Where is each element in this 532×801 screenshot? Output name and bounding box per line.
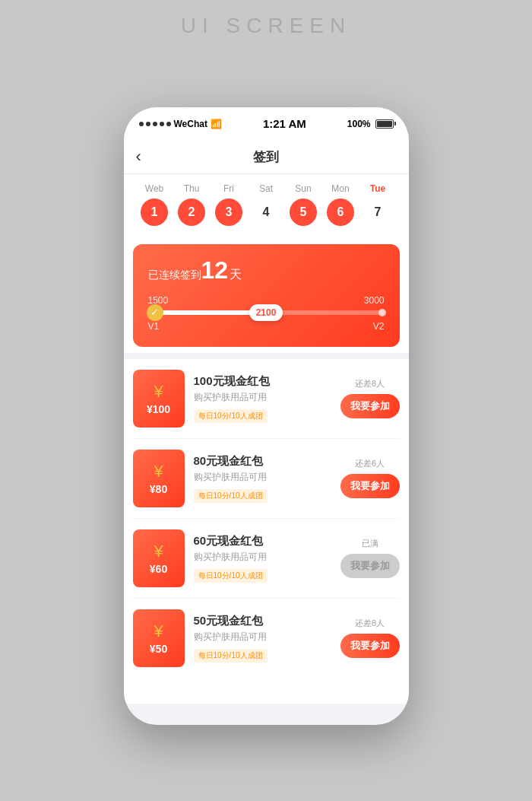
list-item: ¥ ¥50 50元现金红包 购买护肤用品可用 每日10分/10人成团 还差8人 … — [133, 599, 400, 678]
item-tag: 每日10分/10人成团 — [194, 489, 268, 503]
bottom-bar — [124, 678, 409, 704]
envelope-amount: ¥50 — [150, 643, 167, 655]
day-number: 3 — [215, 199, 242, 226]
day-number: 2 — [178, 199, 205, 226]
list-item: ¥ ¥100 100元现金红包 购买护肤用品可用 每日10分/10人成团 还差8… — [133, 359, 400, 439]
item-title: 80元现金红包 — [194, 454, 331, 469]
day-number: 6 — [327, 199, 354, 226]
remain-text: 还差8人 — [355, 618, 385, 629]
red-envelope: ¥ ¥50 — [133, 609, 185, 667]
day-number: 4 — [252, 199, 280, 226]
item-tag: 每日10分/10人成团 — [194, 409, 268, 423]
progress-fill — [148, 310, 267, 315]
battery-pct: 100% — [347, 119, 371, 129]
join-button[interactable]: 我要参加 — [340, 474, 400, 498]
calendar-day: Web1 — [136, 183, 173, 226]
battery-icon — [375, 119, 394, 129]
wifi-icon: 📶 — [211, 119, 222, 129]
red-envelope: ¥ ¥100 — [133, 370, 185, 428]
progress-start-icon: ✓ — [147, 304, 163, 321]
join-button[interactable]: 我要参加 — [340, 554, 400, 578]
back-button[interactable]: ‹ — [136, 147, 141, 167]
item-action: 还差8人 我要参加 — [340, 618, 400, 658]
red-envelope: ¥ ¥60 — [133, 529, 185, 587]
calendar-day: Thu2 — [173, 183, 211, 226]
day-label: Tue — [370, 183, 385, 194]
v1-label: V1 — [148, 321, 160, 332]
envelope-icon: ¥ — [154, 382, 163, 402]
item-desc: 购买护肤用品可用 — [194, 391, 331, 404]
status-bar: WeChat 📶 1:21 AM 100% — [124, 107, 409, 141]
nav-title: 签到 — [253, 148, 279, 166]
main-content: Web1Thu2Fri3Sat4Sun5Mon6Tue7 已连续签到12天 15… — [124, 174, 409, 678]
envelope-icon: ¥ — [154, 621, 163, 641]
item-tag: 每日10分/10人成团 — [194, 649, 268, 663]
list-item: ¥ ¥80 80元现金红包 购买护肤用品可用 每日10分/10人成团 还差6人 … — [133, 439, 400, 519]
list-section: ¥ ¥100 100元现金红包 购买护肤用品可用 每日10分/10人成团 还差8… — [124, 359, 409, 678]
join-button[interactable]: 我要参加 — [340, 394, 400, 418]
item-desc: 购买护肤用品可用 — [194, 551, 331, 564]
calendar-day: Sun5 — [285, 183, 322, 226]
red-envelope: ¥ ¥80 — [133, 450, 185, 507]
envelope-amount: ¥100 — [147, 403, 170, 415]
day-label: Thu — [184, 183, 200, 194]
calendar-day: Fri3 — [211, 183, 248, 226]
item-desc: 购买护肤用品可用 — [194, 471, 331, 484]
calendar-row: Web1Thu2Fri3Sat4Sun5Mon6Tue7 — [136, 183, 397, 226]
day-label: Fri — [223, 183, 234, 194]
item-info: 50元现金红包 购买护肤用品可用 每日10分/10人成团 — [194, 614, 331, 663]
divider — [124, 353, 409, 359]
item-title: 60元现金红包 — [194, 534, 331, 548]
day-number: 7 — [364, 199, 391, 226]
item-info: 80元现金红包 购买护肤用品可用 每日10分/10人成团 — [194, 454, 331, 503]
remain-text: 已满 — [362, 538, 378, 549]
envelope-amount: ¥80 — [150, 483, 167, 495]
item-info: 100元现金红包 购买护肤用品可用 每日10分/10人成团 — [194, 374, 331, 423]
network-label: WeChat — [174, 119, 207, 129]
join-button[interactable]: 我要参加 — [340, 634, 400, 658]
level-labels: V1 V2 — [148, 321, 385, 332]
calendar-section: Web1Thu2Fri3Sat4Sun5Mon6Tue7 — [124, 174, 409, 238]
progress-handle: 2100 — [249, 304, 283, 321]
calendar-day: Sat4 — [248, 183, 285, 226]
calendar-day: Tue7 — [359, 183, 397, 226]
status-left: WeChat 📶 — [139, 119, 222, 129]
envelope-icon: ¥ — [154, 542, 163, 561]
v2-label: V2 — [373, 321, 385, 332]
item-title: 50元现金红包 — [194, 614, 331, 628]
day-label: Web — [145, 183, 163, 194]
remain-text: 还差8人 — [355, 378, 385, 389]
day-label: Mon — [331, 183, 349, 194]
item-title: 100元现金红包 — [194, 374, 331, 389]
day-number: 1 — [141, 199, 168, 226]
envelope-amount: ¥60 — [150, 563, 167, 575]
signal-dots — [139, 122, 171, 126]
signin-prefix: 已连续签到12天 — [148, 256, 385, 284]
signin-card: 已连续签到12天 1500 3000 ✓ 2100 V1 V2 — [133, 244, 400, 347]
day-number: 5 — [290, 199, 317, 226]
item-info: 60元现金红包 购买护肤用品可用 每日10分/10人成团 — [194, 534, 331, 583]
list-item: ¥ ¥60 60元现金红包 购买护肤用品可用 每日10分/10人成团 已满 我要… — [133, 519, 400, 599]
item-action: 还差8人 我要参加 — [340, 378, 400, 418]
progress-bar: ✓ 2100 — [148, 310, 385, 315]
day-label: Sun — [295, 183, 311, 194]
day-label: Sat — [259, 183, 273, 194]
level2-label: 3000 — [364, 295, 385, 306]
phone-frame: WeChat 📶 1:21 AM 100% ‹ 签到 Web1Thu2Fri3S… — [124, 107, 409, 725]
envelope-icon: ¥ — [154, 462, 163, 482]
item-action: 已满 我要参加 — [340, 538, 400, 578]
battery-area: 100% — [347, 119, 394, 129]
item-tag: 每日10分/10人成团 — [194, 569, 268, 583]
remain-text: 还差6人 — [355, 458, 385, 469]
item-action: 还差6人 我要参加 — [340, 458, 400, 498]
calendar-day: Mon6 — [322, 183, 359, 226]
nav-bar: ‹ 签到 — [124, 141, 409, 174]
screen-label: UI SCREEN — [181, 14, 351, 38]
progress-end-dot — [378, 309, 386, 316]
clock: 1:21 AM — [263, 117, 306, 130]
item-desc: 购买护肤用品可用 — [194, 631, 331, 644]
